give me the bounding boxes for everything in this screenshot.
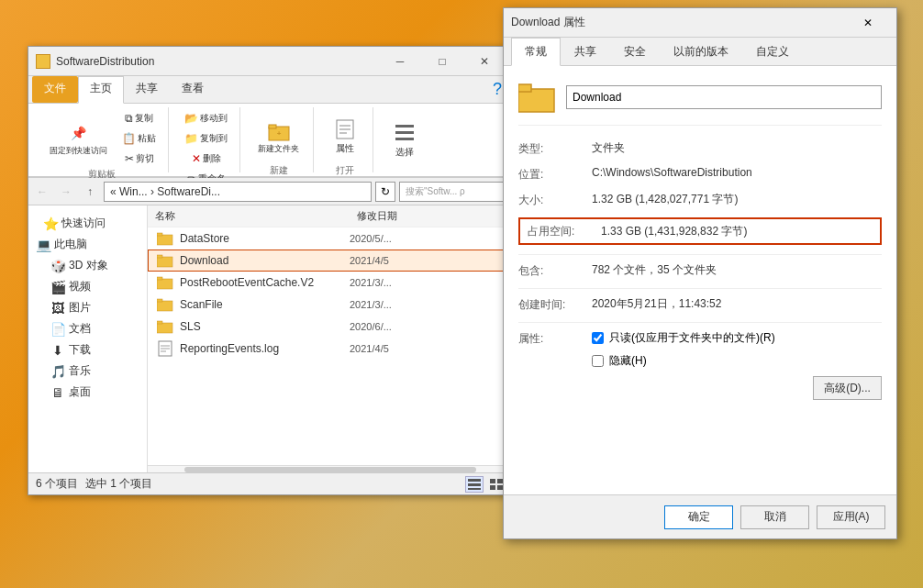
svg-rect-15 <box>157 277 162 280</box>
downloads-icon: ⬇ <box>50 343 65 358</box>
file-item-download[interactable]: Download 2021/4/5 <box>148 250 513 272</box>
explorer-body: ⭐ 快速访问 💻 此电脑 🎲 3D 对象 🎬 视频 🖼 图片 <box>28 205 513 472</box>
svg-rect-12 <box>157 257 172 267</box>
new-label: 新建 <box>270 164 288 177</box>
prop-value-type: 文件夹 <box>592 140 882 156</box>
status-count: 6 个项目 <box>36 476 78 492</box>
filename-datastore: DataStore <box>180 232 350 245</box>
address-path[interactable]: « Win... › SoftwareDi... <box>104 182 372 202</box>
search-box[interactable]: 搜索"Softw... ρ <box>399 182 509 202</box>
copy-btn[interactable]: ⧉ 复制 <box>117 109 161 128</box>
titlebar-buttons: ─ □ ✕ <box>379 47 506 76</box>
quick-access-icon: ⭐ <box>43 216 58 231</box>
svg-rect-10 <box>157 235 172 245</box>
svg-rect-8 <box>395 131 414 134</box>
file-list-container: 名称 修改日期 DataStore 2020/5/... Download 20… <box>148 205 513 472</box>
close-button[interactable]: ✕ <box>463 47 506 76</box>
pin-icon <box>68 122 90 144</box>
col-header-name[interactable]: 名称 <box>148 207 350 225</box>
prop-label-type: 类型: <box>518 140 592 157</box>
svg-rect-19 <box>157 321 162 324</box>
svg-rect-29 <box>490 485 495 490</box>
dialog-tab-share[interactable]: 共享 <box>561 38 610 65</box>
minimize-button[interactable]: ─ <box>379 47 421 76</box>
sidebar-item-video[interactable]: 🎬 视频 <box>28 276 147 297</box>
prop-divider-1 <box>518 254 882 255</box>
prop-attrs-container: 只读(仅应用于文件夹中的文件)(R) 隐藏(H) 高级(D)... <box>592 330 882 400</box>
forward-button[interactable]: → <box>56 182 76 202</box>
file-icon-reporting <box>156 341 174 356</box>
cut-btn[interactable]: ✂ 剪切 <box>117 150 161 168</box>
refresh-button[interactable]: ↻ <box>375 182 395 202</box>
sidebar-item-documents[interactable]: 📄 文档 <box>28 318 147 339</box>
select-btn[interactable]: 选择 <box>384 113 425 168</box>
sidebar-item-downloads[interactable]: ⬇ 下载 <box>28 339 147 361</box>
col-header-date[interactable]: 修改日期 <box>350 207 513 225</box>
video-icon: 🎬 <box>50 280 65 294</box>
file-item-datastore[interactable]: DataStore 2020/5/... <box>148 227 513 250</box>
advanced-button[interactable]: 高级(D)... <box>813 376 882 400</box>
file-item-sls[interactable]: SLS 2020/6/... <box>148 316 513 338</box>
sidebar-item-music[interactable]: 🎵 音乐 <box>28 361 147 382</box>
cut-icon: ✂ <box>125 152 134 165</box>
pin-to-quick-btn[interactable]: 固定到快速访问 <box>43 111 114 166</box>
sidebar-item-3d[interactable]: 🎲 3D 对象 <box>28 255 147 276</box>
new-folder-icon: + <box>268 120 290 142</box>
prop-value-location: C:\Windows\SoftwareDistribution <box>592 166 882 179</box>
dialog-title: Download 属性 <box>511 15 847 30</box>
dialog-tab-general[interactable]: 常规 <box>511 38 561 66</box>
apply-button[interactable]: 应用(A) <box>817 505 885 529</box>
delete-btn[interactable]: ✕ 删除 <box>180 150 232 168</box>
dialog-tab-security[interactable]: 安全 <box>610 38 660 65</box>
svg-rect-1 <box>269 125 276 128</box>
paste-icon: 📋 <box>122 132 136 145</box>
cancel-button[interactable]: 取消 <box>740 505 809 529</box>
properties-btn[interactable]: 属性 <box>325 109 365 164</box>
copyto-icon: 📁 <box>184 132 198 145</box>
paste-btn[interactable]: 📋 粘贴 <box>117 129 161 148</box>
maximize-button[interactable]: □ <box>421 47 463 76</box>
dialog-tab-custom[interactable]: 自定义 <box>742 38 803 65</box>
prop-divider-3 <box>518 322 882 323</box>
copy-to-btn[interactable]: 📁 复制到 <box>180 129 232 148</box>
quick-access-section: ⭐ 快速访问 💻 此电脑 🎲 3D 对象 🎬 视频 🖼 图片 <box>28 209 147 406</box>
prop-row-contains: 包含: 782 个文件，35 个文件夹 <box>518 262 882 279</box>
tab-home[interactable]: 主页 <box>78 76 124 104</box>
checkbox-hidden[interactable] <box>592 355 604 367</box>
svg-rect-26 <box>468 488 481 490</box>
sidebar-item-desktop[interactable]: 🖥 桌面 <box>28 382 147 403</box>
move-to-btn[interactable]: 📂 移动到 <box>180 109 232 128</box>
checkbox-readonly[interactable] <box>592 332 604 344</box>
prop-row-attrs: 属性: 只读(仅应用于文件夹中的文件)(R) 隐藏(H) 高级(D)... <box>518 330 882 400</box>
sidebar-item-pictures[interactable]: 🖼 图片 <box>28 297 147 318</box>
copy-icon: ⧉ <box>125 112 133 125</box>
folder-icon-sls <box>156 319 174 334</box>
file-item-postreboot[interactable]: PostRebootEventCache.V2 2021/3/... <box>148 272 513 294</box>
filename-sls: SLS <box>180 320 350 333</box>
tab-view[interactable]: 查看 <box>170 76 216 103</box>
sidebar-item-quick-access[interactable]: ⭐ 快速访问 <box>28 213 147 234</box>
prop-value-contains: 782 个文件，35 个文件夹 <box>592 262 882 278</box>
prop-row-size: 大小: 1.32 GB (1,428,027,771 字节) <box>518 192 882 208</box>
file-item-reporting[interactable]: ReportingEvents.log 2021/4/5 <box>148 338 513 360</box>
folder-name-input[interactable] <box>566 85 882 109</box>
ok-button[interactable]: 确定 <box>664 505 733 529</box>
dialog-tabs: 常规 共享 安全 以前的版本 自定义 <box>504 38 896 66</box>
new-folder-btn[interactable]: + 新建文件夹 <box>251 109 306 164</box>
h-scrollbar[interactable] <box>148 465 513 472</box>
tab-file[interactable]: 文件 <box>32 76 78 103</box>
svg-rect-27 <box>490 479 495 483</box>
svg-rect-9 <box>395 138 414 140</box>
prop-divider-2 <box>518 288 882 289</box>
checkbox-readonly-label: 只读(仅应用于文件夹中的文件)(R) <box>609 330 775 346</box>
dialog-tab-previous[interactable]: 以前的版本 <box>660 38 742 65</box>
dialog-close-button[interactable]: ✕ <box>847 8 889 38</box>
sidebar-item-this-pc[interactable]: 💻 此电脑 <box>28 234 147 255</box>
tab-share[interactable]: 共享 <box>124 76 170 103</box>
up-button[interactable]: ↑ <box>80 182 100 202</box>
list-view-btn[interactable] <box>465 476 484 493</box>
file-item-scanfile[interactable]: ScanFile 2021/3/... <box>148 294 513 316</box>
filedate-download: 2021/4/5 <box>350 255 505 266</box>
back-button[interactable]: ← <box>32 182 52 202</box>
status-selected: 选中 1 个项目 <box>85 476 152 492</box>
